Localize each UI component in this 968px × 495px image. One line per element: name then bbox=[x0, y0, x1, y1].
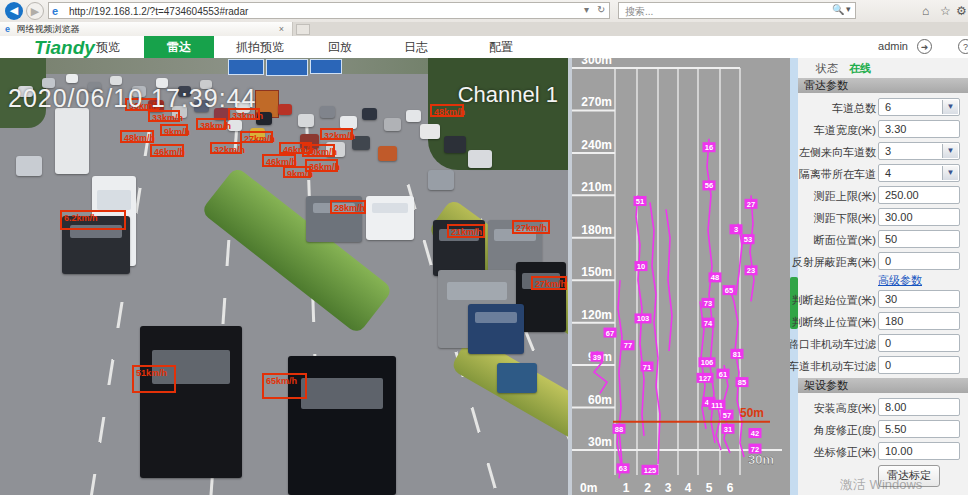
track-id: 81 bbox=[733, 350, 741, 359]
search-input[interactable]: 搜索... bbox=[618, 2, 856, 19]
input-测距上限(米)[interactable]: 250.00 bbox=[878, 186, 960, 204]
input-反射屏蔽距离(米)[interactable]: 0 bbox=[878, 252, 960, 270]
vehicle bbox=[140, 326, 242, 478]
vehicle bbox=[298, 114, 314, 127]
detection-box: 65km/h bbox=[262, 373, 307, 399]
distance-tick-label: 180m bbox=[581, 223, 612, 237]
address-bar[interactable]: http://192.168.1.2/?t=4734604553#radar bbox=[48, 2, 610, 19]
distance-tick-label: 60m bbox=[588, 393, 612, 407]
input-角度修正(度)[interactable]: 5.50 bbox=[878, 420, 960, 438]
vehicle bbox=[55, 108, 89, 174]
input-测距下限(米)[interactable]: 30.00 bbox=[878, 208, 960, 226]
video-preview[interactable]: 56km/h48km/h33km/h9km/h46km/h38km/h32km/… bbox=[0, 58, 568, 495]
input-坐标修正(米)[interactable]: 10.00 bbox=[878, 442, 960, 460]
vehicle bbox=[428, 170, 454, 190]
video-timestamp: 2020/06/10 17:39:44 bbox=[8, 84, 256, 113]
distance-tick-label: 150m bbox=[581, 265, 612, 279]
input-行车道非机动车过滤[interactable]: 0 bbox=[878, 356, 960, 374]
url-dropdown-icon[interactable]: ▾ bbox=[584, 4, 589, 15]
nav-tab-preview[interactable]: 预览 bbox=[72, 36, 144, 58]
overhead-sign bbox=[266, 59, 308, 76]
section-header: 雷达参数 bbox=[798, 78, 968, 93]
select-隔离带所在车道[interactable]: 4▼ bbox=[878, 164, 960, 182]
input-安装高度(米)[interactable]: 8.00 bbox=[878, 398, 960, 416]
detection-box: 6.2km/h bbox=[60, 210, 126, 230]
field-label: 判断终止位置(米) bbox=[792, 315, 876, 330]
nav-tab-log[interactable]: 日志 bbox=[376, 36, 456, 58]
chevron-down-icon[interactable]: ▼ bbox=[942, 166, 958, 180]
new-tab-button[interactable] bbox=[296, 24, 310, 35]
track-id: 103 bbox=[637, 314, 650, 323]
app-window: ◀ ▶ http://192.168.1.2/?t=4734604553#rad… bbox=[0, 0, 968, 495]
track-id: 10 bbox=[637, 262, 645, 271]
field-label: 坐标修正(米) bbox=[814, 445, 876, 460]
search-icon[interactable]: 🔍 bbox=[832, 4, 844, 15]
video-channel-label: Channel 1 bbox=[458, 82, 558, 108]
nav-tabs: 预览雷达抓拍预览回放日志配置 bbox=[0, 36, 600, 58]
settings-gear-icon[interactable]: ⚙ bbox=[956, 4, 967, 18]
section-header: 架设参数 bbox=[798, 378, 968, 393]
refresh-icon[interactable]: ↻ bbox=[597, 4, 605, 15]
nav-tab-config[interactable]: 配置 bbox=[456, 36, 546, 58]
select-车道总数[interactable]: 6▼ bbox=[878, 98, 960, 116]
input-判断起始位置(米)[interactable]: 30 bbox=[878, 290, 960, 308]
radar-trail bbox=[618, 280, 622, 464]
detection-box: 28km/h bbox=[330, 200, 366, 214]
track-id: 88 bbox=[615, 425, 623, 434]
field-label: 行车道非机动车过滤 bbox=[790, 359, 876, 374]
track-id: 27 bbox=[747, 200, 755, 209]
input-判断终止位置(米)[interactable]: 180 bbox=[878, 312, 960, 330]
input-车道宽度(米)[interactable]: 3.30 bbox=[878, 120, 960, 138]
field-label: 安装高度(米) bbox=[814, 401, 876, 416]
track-id: 48 bbox=[711, 273, 719, 282]
detection-box: 46km/h bbox=[150, 144, 184, 157]
home-icon[interactable]: ⌂ bbox=[922, 4, 929, 18]
vehicle bbox=[66, 74, 78, 83]
lane-number: 2 bbox=[644, 481, 651, 495]
lane-number: 5 bbox=[706, 481, 713, 495]
select-左侧来向车道数[interactable]: 3▼ bbox=[878, 142, 960, 160]
favorites-star-icon[interactable]: ☆ bbox=[940, 4, 951, 18]
track-id: 71 bbox=[643, 363, 651, 372]
track-id: 125 bbox=[644, 466, 657, 475]
nav-tab-snapshot[interactable]: 抓拍预览 bbox=[216, 36, 304, 58]
vehicle bbox=[468, 150, 492, 168]
track-id: 106 bbox=[701, 358, 714, 367]
browser-toolbar: ◀ ▶ http://192.168.1.2/?t=4734604553#rad… bbox=[0, 0, 968, 23]
field-label: 判断起始位置(米) bbox=[792, 293, 876, 308]
search-dropdown-icon[interactable]: ▾ bbox=[846, 4, 851, 14]
tab-close-icon[interactable]: × bbox=[279, 22, 284, 36]
browser-back-button[interactable]: ◀ bbox=[5, 2, 23, 20]
field-label: 车道总数 bbox=[832, 101, 876, 116]
advanced-params-link[interactable]: 高级参数 bbox=[878, 274, 922, 286]
input-路口非机动车过滤[interactable]: 0 bbox=[878, 334, 960, 352]
input-断面位置(米)[interactable]: 50 bbox=[878, 230, 960, 248]
radar-plot[interactable]: 300m270m240m210m180m150m120m90m60m30m50m… bbox=[572, 58, 790, 495]
right-edge-distance-label: 30m bbox=[748, 452, 774, 467]
field-label: 测距上限(米) bbox=[814, 189, 876, 204]
cross-section-label: 50m bbox=[740, 406, 764, 420]
field-label: 路口非机动车过滤 bbox=[790, 337, 876, 352]
chevron-down-icon[interactable]: ▼ bbox=[942, 100, 958, 114]
nav-tab-radar[interactable]: 雷达 bbox=[144, 36, 214, 58]
logout-icon[interactable]: ➜ bbox=[917, 39, 932, 54]
distance-tick-label: 240m bbox=[581, 138, 612, 152]
distance-tick-label: 300m bbox=[581, 58, 612, 67]
track-id: 61 bbox=[719, 370, 727, 379]
help-icon[interactable]: ? bbox=[958, 39, 968, 54]
detection-box: 27km/h bbox=[512, 220, 550, 234]
radar-trail bbox=[750, 195, 754, 301]
field-label: 隔离带所在车道 bbox=[799, 167, 876, 182]
distance-tick-label: 210m bbox=[581, 180, 612, 194]
panel-scrollbar[interactable] bbox=[790, 58, 798, 495]
ie-page-icon: e bbox=[52, 5, 64, 17]
status-label: 状态 bbox=[816, 62, 838, 74]
chevron-down-icon[interactable]: ▼ bbox=[942, 144, 958, 158]
browser-tab[interactable]: e 网络视频浏览器 × bbox=[0, 22, 293, 36]
detection-box: 32km/h bbox=[210, 142, 242, 154]
track-id: 73 bbox=[704, 299, 712, 308]
vehicle bbox=[366, 196, 414, 240]
nav-tab-playback[interactable]: 回放 bbox=[304, 36, 376, 58]
detection-box: 38km/h bbox=[196, 118, 226, 130]
browser-forward-button[interactable]: ▶ bbox=[26, 2, 44, 20]
